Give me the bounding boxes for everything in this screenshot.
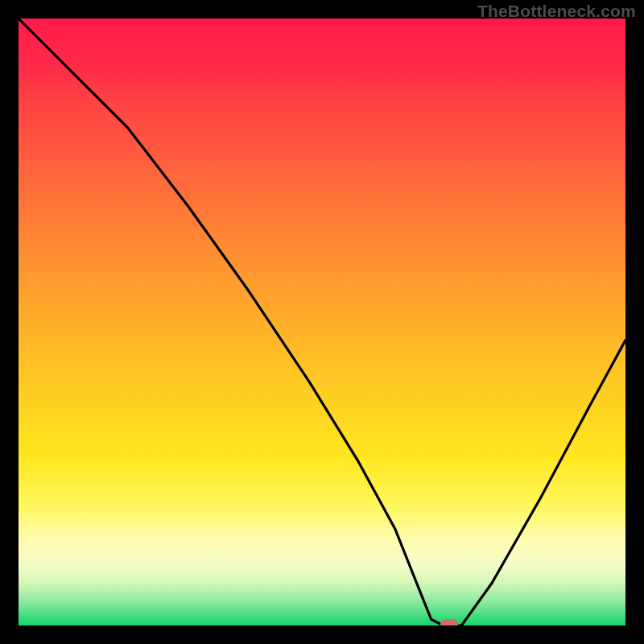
plot-area: [19, 19, 625, 625]
watermark-text: TheBottleneck.com: [477, 2, 636, 21]
bottleneck-curve: [19, 19, 625, 625]
chart-frame: TheBottleneck.com: [0, 0, 644, 644]
optimal-point-marker: [440, 619, 458, 625]
